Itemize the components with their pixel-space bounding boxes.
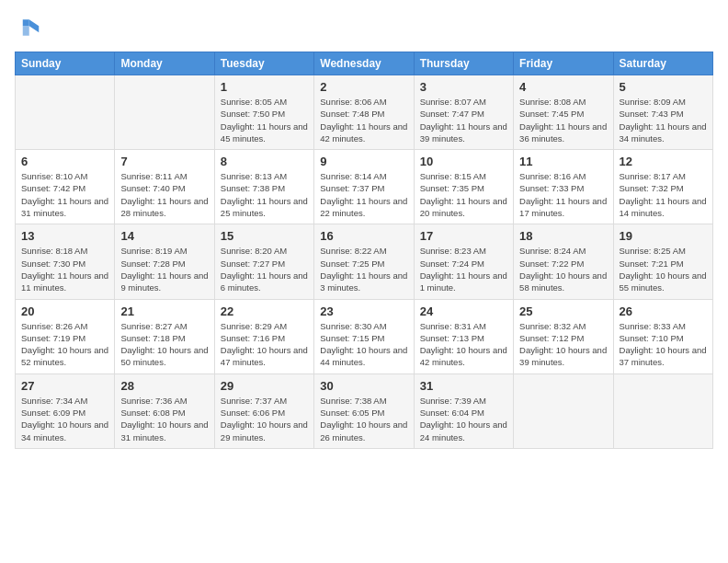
calendar-week-row: 27Sunrise: 7:34 AM Sunset: 6:09 PM Dayli… <box>16 373 713 448</box>
day-number: 4 <box>519 80 607 94</box>
day-number: 21 <box>120 304 208 318</box>
day-info: Sunrise: 8:17 AM Sunset: 7:32 PM Dayligh… <box>620 170 707 219</box>
day-number: 13 <box>21 229 108 243</box>
calendar-week-row: 6Sunrise: 8:10 AM Sunset: 7:42 PM Daylig… <box>16 150 713 224</box>
calendar-week-row: 13Sunrise: 8:18 AM Sunset: 7:30 PM Dayli… <box>16 224 713 299</box>
day-info: Sunrise: 8:25 AM Sunset: 7:21 PM Dayligh… <box>620 245 707 293</box>
calendar-cell: 22Sunrise: 8:29 AM Sunset: 7:16 PM Dayli… <box>214 299 313 373</box>
calendar-cell: 2Sunrise: 8:06 AM Sunset: 7:48 PM Daylig… <box>314 75 414 150</box>
calendar-week-row: 20Sunrise: 8:26 AM Sunset: 7:19 PM Dayli… <box>16 299 713 373</box>
calendar-cell: 12Sunrise: 8:17 AM Sunset: 7:32 PM Dayli… <box>613 150 712 224</box>
day-number: 8 <box>221 155 308 168</box>
calendar-cell: 9Sunrise: 8:14 AM Sunset: 7:37 PM Daylig… <box>314 150 414 224</box>
day-info: Sunrise: 8:15 AM Sunset: 7:35 PM Dayligh… <box>420 170 507 219</box>
day-number: 2 <box>320 80 407 94</box>
calendar-cell: 19Sunrise: 8:25 AM Sunset: 7:21 PM Dayli… <box>613 224 712 299</box>
calendar-cell: 23Sunrise: 8:30 AM Sunset: 7:15 PM Dayli… <box>314 299 414 373</box>
day-info: Sunrise: 8:26 AM Sunset: 7:19 PM Dayligh… <box>21 320 108 369</box>
day-number: 7 <box>120 155 208 168</box>
day-number: 12 <box>620 155 707 168</box>
day-number: 25 <box>519 304 607 318</box>
day-info: Sunrise: 8:11 AM Sunset: 7:40 PM Dayligh… <box>120 170 208 219</box>
day-info: Sunrise: 7:37 AM Sunset: 6:06 PM Dayligh… <box>221 395 308 443</box>
calendar-cell: 13Sunrise: 8:18 AM Sunset: 7:30 PM Dayli… <box>16 224 115 299</box>
day-number: 22 <box>221 304 308 318</box>
calendar-cell: 10Sunrise: 8:15 AM Sunset: 7:35 PM Dayli… <box>414 150 513 224</box>
day-info: Sunrise: 8:22 AM Sunset: 7:25 PM Dayligh… <box>320 245 407 293</box>
day-number: 26 <box>620 304 707 318</box>
header <box>15 15 713 40</box>
day-number: 20 <box>21 304 108 318</box>
calendar-cell: 4Sunrise: 8:08 AM Sunset: 7:45 PM Daylig… <box>514 75 613 150</box>
day-number: 1 <box>221 80 308 94</box>
logo <box>15 15 44 40</box>
calendar-cell: 18Sunrise: 8:24 AM Sunset: 7:22 PM Dayli… <box>514 224 613 299</box>
weekday-header: Wednesday <box>314 52 414 75</box>
calendar-cell <box>16 75 115 150</box>
day-info: Sunrise: 7:39 AM Sunset: 6:04 PM Dayligh… <box>420 395 507 443</box>
day-number: 3 <box>420 80 507 94</box>
day-info: Sunrise: 7:36 AM Sunset: 6:08 PM Dayligh… <box>120 395 208 443</box>
day-info: Sunrise: 8:31 AM Sunset: 7:13 PM Dayligh… <box>420 320 507 369</box>
day-info: Sunrise: 8:27 AM Sunset: 7:18 PM Dayligh… <box>120 320 208 369</box>
calendar-cell: 30Sunrise: 7:38 AM Sunset: 6:05 PM Dayli… <box>314 373 414 448</box>
day-info: Sunrise: 8:09 AM Sunset: 7:43 PM Dayligh… <box>620 96 707 144</box>
calendar-header: SundayMondayTuesdayWednesdayThursdayFrid… <box>16 52 713 75</box>
weekday-header: Thursday <box>414 52 513 75</box>
calendar-body: 1Sunrise: 8:05 AM Sunset: 7:50 PM Daylig… <box>16 75 713 449</box>
day-number: 11 <box>519 155 607 168</box>
day-info: Sunrise: 8:24 AM Sunset: 7:22 PM Dayligh… <box>519 245 607 293</box>
calendar-cell: 26Sunrise: 8:33 AM Sunset: 7:10 PM Dayli… <box>613 299 712 373</box>
calendar-week-row: 1Sunrise: 8:05 AM Sunset: 7:50 PM Daylig… <box>16 75 713 150</box>
day-info: Sunrise: 8:20 AM Sunset: 7:27 PM Dayligh… <box>221 245 308 293</box>
calendar-cell: 6Sunrise: 8:10 AM Sunset: 7:42 PM Daylig… <box>16 150 115 224</box>
day-number: 18 <box>519 229 607 243</box>
weekday-row: SundayMondayTuesdayWednesdayThursdayFrid… <box>16 52 713 75</box>
day-number: 14 <box>120 229 208 243</box>
day-info: Sunrise: 8:08 AM Sunset: 7:45 PM Dayligh… <box>519 96 607 144</box>
day-number: 10 <box>420 155 507 168</box>
day-number: 29 <box>221 379 308 393</box>
calendar-cell <box>514 373 613 448</box>
weekday-header: Monday <box>115 52 214 75</box>
calendar-cell: 25Sunrise: 8:32 AM Sunset: 7:12 PM Dayli… <box>514 299 613 373</box>
day-number: 16 <box>320 229 407 243</box>
weekday-header: Saturday <box>613 52 712 75</box>
page-container: SundayMondayTuesdayWednesdayThursdayFrid… <box>0 0 728 458</box>
day-number: 17 <box>420 229 507 243</box>
day-info: Sunrise: 8:06 AM Sunset: 7:48 PM Dayligh… <box>320 96 407 144</box>
calendar-cell: 16Sunrise: 8:22 AM Sunset: 7:25 PM Dayli… <box>314 224 414 299</box>
calendar-cell: 29Sunrise: 7:37 AM Sunset: 6:06 PM Dayli… <box>214 373 313 448</box>
day-info: Sunrise: 8:14 AM Sunset: 7:37 PM Dayligh… <box>320 170 407 219</box>
calendar-cell: 24Sunrise: 8:31 AM Sunset: 7:13 PM Dayli… <box>414 299 513 373</box>
logo-icon <box>15 15 40 40</box>
calendar-cell <box>613 373 712 448</box>
svg-marker-2 <box>23 19 29 26</box>
calendar-cell: 5Sunrise: 8:09 AM Sunset: 7:43 PM Daylig… <box>613 75 712 150</box>
day-number: 5 <box>620 80 707 94</box>
day-info: Sunrise: 8:18 AM Sunset: 7:30 PM Dayligh… <box>21 245 108 293</box>
calendar-cell: 15Sunrise: 8:20 AM Sunset: 7:27 PM Dayli… <box>214 224 313 299</box>
calendar-cell: 1Sunrise: 8:05 AM Sunset: 7:50 PM Daylig… <box>214 75 313 150</box>
calendar-cell: 11Sunrise: 8:16 AM Sunset: 7:33 PM Dayli… <box>514 150 613 224</box>
day-number: 9 <box>320 155 407 168</box>
day-number: 24 <box>420 304 507 318</box>
day-info: Sunrise: 8:30 AM Sunset: 7:15 PM Dayligh… <box>320 320 407 369</box>
day-info: Sunrise: 8:05 AM Sunset: 7:50 PM Dayligh… <box>221 96 308 144</box>
day-info: Sunrise: 8:16 AM Sunset: 7:33 PM Dayligh… <box>519 170 607 219</box>
calendar-cell: 17Sunrise: 8:23 AM Sunset: 7:24 PM Dayli… <box>414 224 513 299</box>
day-info: Sunrise: 8:10 AM Sunset: 7:42 PM Dayligh… <box>21 170 108 219</box>
day-info: Sunrise: 8:13 AM Sunset: 7:38 PM Dayligh… <box>221 170 308 219</box>
day-number: 19 <box>620 229 707 243</box>
day-number: 28 <box>120 379 208 393</box>
calendar-table: SundayMondayTuesdayWednesdayThursdayFrid… <box>15 52 713 449</box>
day-number: 31 <box>420 379 507 393</box>
calendar-cell: 14Sunrise: 8:19 AM Sunset: 7:28 PM Dayli… <box>115 224 214 299</box>
weekday-header: Tuesday <box>214 52 313 75</box>
weekday-header: Sunday <box>16 52 115 75</box>
day-info: Sunrise: 7:38 AM Sunset: 6:05 PM Dayligh… <box>320 395 407 443</box>
calendar-cell: 28Sunrise: 7:36 AM Sunset: 6:08 PM Dayli… <box>115 373 214 448</box>
day-info: Sunrise: 8:19 AM Sunset: 7:28 PM Dayligh… <box>120 245 208 293</box>
day-info: Sunrise: 8:23 AM Sunset: 7:24 PM Dayligh… <box>420 245 507 293</box>
day-number: 6 <box>21 155 108 168</box>
